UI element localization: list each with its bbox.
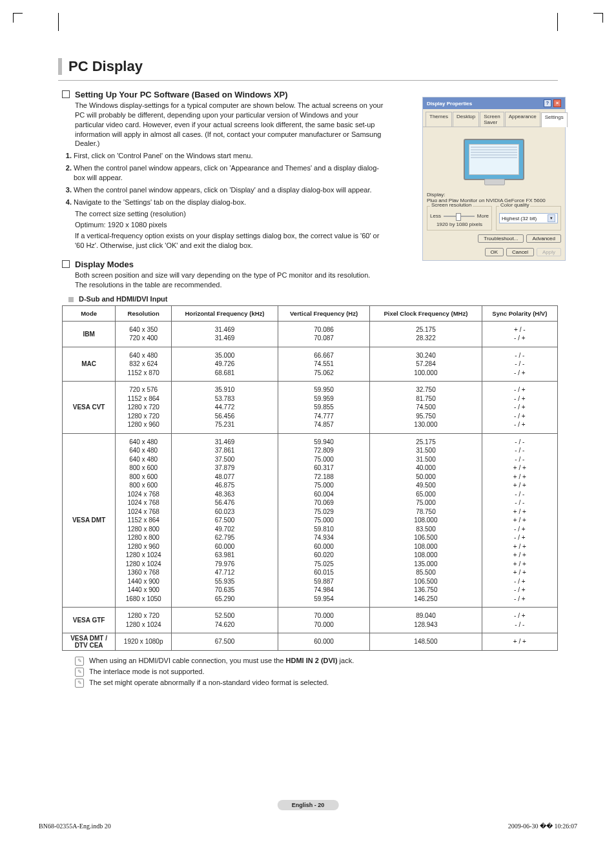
dialog-titlebar: Display Properties ? × xyxy=(423,97,565,109)
section-heading-display-modes: Display Modes xyxy=(62,260,558,269)
mode-cell: VESA GTF xyxy=(63,608,116,633)
page-title: PC Display xyxy=(68,58,143,74)
table-cell: 31.46931.469 xyxy=(172,321,278,347)
step-item: Navigate to the 'Settings' tab on the di… xyxy=(74,198,384,207)
footer-right: 2009-06-30 �� 10:26:07 xyxy=(508,823,577,830)
mode-cell: IBM xyxy=(63,321,116,347)
table-cell: - / +- / - xyxy=(482,608,557,633)
dialog-tab[interactable]: Appearance xyxy=(505,112,540,127)
step-text: Navigate to the 'Settings' tab on the di… xyxy=(74,198,246,206)
crop-mark xyxy=(13,13,23,23)
step-text: First, click on 'Control Panel' on the W… xyxy=(74,152,252,159)
dialog-title-text: Display Properties xyxy=(427,101,472,107)
table-cell: 30.24057.284100.000 xyxy=(370,347,482,382)
table-header: Vertical Frequency (Hz) xyxy=(278,305,369,321)
footer-left: BN68-02355A-Eng.indb 20 xyxy=(39,823,111,830)
after-step-text: The correct size setting (resolution) xyxy=(75,209,385,219)
cq-label: Color quality xyxy=(499,202,530,208)
table-cell: 89.040128.943 xyxy=(370,608,482,633)
note-text: The set might operate abnormally if a no… xyxy=(89,678,329,688)
table-cell: 59.95059.95959.85574.77774.857 xyxy=(278,382,369,434)
advanced-button[interactable]: Advanced xyxy=(526,234,561,243)
table-cell: - / +- / +- / +- / +- / + xyxy=(482,382,557,434)
note-item: ✎When using an HDMI/DVI cable connection… xyxy=(75,656,558,666)
table-header: Sync Polarity (H/V) xyxy=(482,305,557,321)
note-icon: ✎ xyxy=(75,679,84,688)
note-icon: ✎ xyxy=(75,668,84,677)
table-header: Resolution xyxy=(116,305,172,321)
step-text: When the control panel window appears, c… xyxy=(74,186,372,194)
after-step-text: If a vertical-frequency option exists on… xyxy=(75,231,385,251)
table-header: Pixel Clock Frequency (MHz) xyxy=(370,305,482,321)
dialog-tabs: ThemesDesktopScreen SaverAppearanceSetti… xyxy=(423,109,565,127)
mode-cell: VESA CVT xyxy=(63,382,116,434)
bullet-icon xyxy=(62,90,70,98)
dialog-tab[interactable]: Settings xyxy=(541,112,568,127)
note-icon: ✎ xyxy=(75,657,84,666)
dialog-tab[interactable]: Screen Saver xyxy=(480,112,504,127)
table-cell: 32.75081.75074.50095.750130.000 xyxy=(370,382,482,434)
table-cell: 67.500 xyxy=(172,633,278,651)
window-controls: ? × xyxy=(543,99,561,107)
step-item: First, click on 'Control Panel' on the W… xyxy=(74,151,384,161)
table-cell: 25.17528.322 xyxy=(370,321,482,347)
display-label: Display: xyxy=(427,192,561,198)
color-quality-select[interactable]: Highest (32 bit) ▾ xyxy=(499,213,558,223)
table-cell: 35.00049.72668.681 xyxy=(172,347,278,382)
step-item: When the control panel window appears, c… xyxy=(74,163,384,183)
table-cell: 640 x 480832 x 6241152 x 870 xyxy=(116,347,172,382)
dialog-tab[interactable]: Desktop xyxy=(453,112,479,127)
close-icon[interactable]: × xyxy=(553,99,561,107)
crop-tick xyxy=(557,13,558,31)
table-cell: - / -- / -- / -+ / ++ / ++ / +- / -- / -… xyxy=(482,433,557,608)
bullet-small-icon xyxy=(68,297,74,302)
table-header: Mode xyxy=(63,305,116,321)
bullet-icon xyxy=(62,260,70,268)
note-item: ✎The interlace mode is not supported. xyxy=(75,667,558,677)
table-cell: 25.17531.50031.50040.00050.00049.50065.0… xyxy=(370,433,482,608)
ok-button[interactable]: OK xyxy=(485,248,504,256)
mode-cell: MAC xyxy=(63,347,116,382)
sr-label: Screen resolution xyxy=(430,202,473,208)
table-cell: 59.94072.80975.00060.31772.18875.00060.0… xyxy=(278,433,369,608)
intro-text: The Windows display-settings for a typic… xyxy=(75,101,385,148)
display-modes-desc: Both screen position and size will vary … xyxy=(75,271,527,280)
monitor-preview xyxy=(427,131,561,188)
step-text: When the control panel window appears, c… xyxy=(74,164,379,181)
after-step-text: Optimum: 1920 x 1080 pixels xyxy=(75,220,385,230)
section-heading-text: Setting Up Your PC Software (Based on Wi… xyxy=(75,90,287,99)
apply-button[interactable]: Apply xyxy=(537,248,561,256)
sr-less: Less xyxy=(430,213,441,219)
chevron-down-icon: ▾ xyxy=(548,214,555,222)
cancel-button[interactable]: Cancel xyxy=(506,248,534,256)
display-modes-desc2: The resolutions in the table are recomme… xyxy=(75,280,527,290)
screen-resolution-group: Screen resolution Less More 1920 by 1080… xyxy=(427,206,492,230)
divider xyxy=(58,80,558,81)
table-cell: 70.00070.000 xyxy=(278,608,369,633)
note-item: ✎The set might operate abnormally if a n… xyxy=(75,678,558,688)
page-footer: BN68-02355A-Eng.indb 20 2009-06-30 �� 10… xyxy=(39,823,577,830)
mode-cell: VESA DMT xyxy=(63,433,116,608)
note-text: The interlace mode is not supported. xyxy=(89,667,205,677)
dialog-tab[interactable]: Themes xyxy=(426,112,452,127)
section-heading-text: Display Modes xyxy=(75,260,134,269)
cq-value: Highest (32 bit) xyxy=(502,216,537,221)
resolution-slider[interactable]: Less More xyxy=(430,213,489,219)
table-cell: - / -- / -- / + xyxy=(482,347,557,382)
table-cell: 31.46937.86137.50037.87948.07746.87548.3… xyxy=(172,433,278,608)
color-quality-group: Color quality Highest (32 bit) ▾ xyxy=(496,206,561,230)
table-cell: 1920 x 1080p xyxy=(116,633,172,651)
steps-list: First, click on 'Control Panel' on the W… xyxy=(62,151,384,207)
mode-cell: VESA DMT /DTV CEA xyxy=(63,633,116,651)
table-cell: 52.50074.620 xyxy=(172,608,278,633)
note-text: When using an HDMI/DVI cable connection,… xyxy=(89,656,354,666)
step-item: When the control panel window appears, c… xyxy=(74,185,384,195)
table-cell: 640 x 350720 x 400 xyxy=(116,321,172,347)
troubleshoot-button[interactable]: Troubleshoot... xyxy=(478,234,524,243)
display-modes-table: ModeResolutionHorizontal Frequency (kHz)… xyxy=(62,305,558,651)
sr-more: More xyxy=(477,213,489,219)
table-cell: 66.66774.55175.062 xyxy=(278,347,369,382)
help-icon[interactable]: ? xyxy=(544,99,551,107)
page-number-pill: English - 20 xyxy=(278,800,339,810)
table-header: Horizontal Frequency (kHz) xyxy=(172,305,278,321)
